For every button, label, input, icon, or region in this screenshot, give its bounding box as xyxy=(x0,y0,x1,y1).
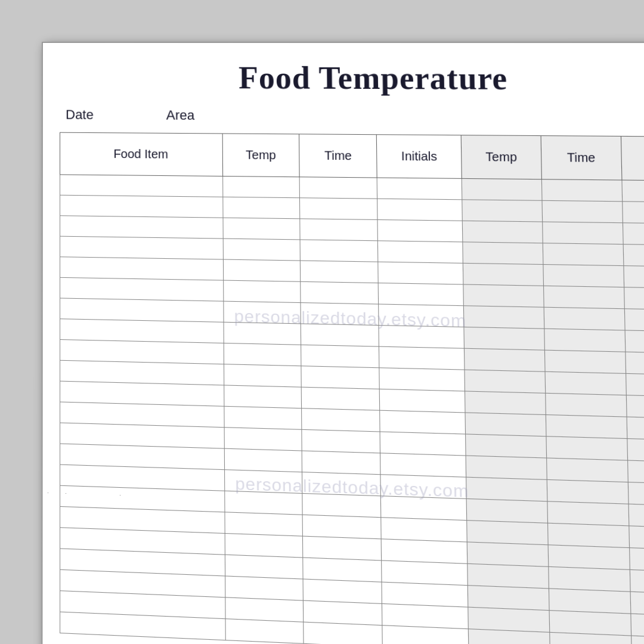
table-cell xyxy=(380,410,466,434)
area-label: Area xyxy=(166,107,195,123)
table-cell xyxy=(543,243,624,266)
table-cell xyxy=(380,432,466,456)
table-cell xyxy=(299,177,377,199)
table-cell xyxy=(382,603,469,628)
meta-row: Date Area xyxy=(60,107,644,126)
table-cell xyxy=(382,626,469,644)
table-cell xyxy=(542,200,623,222)
table-cell xyxy=(381,518,467,542)
date-label: Date xyxy=(66,107,94,122)
table-cell xyxy=(624,287,644,311)
table-cell xyxy=(224,406,302,429)
table-cell xyxy=(379,346,465,370)
table-cell xyxy=(467,499,548,523)
col-header-temp1: Temp xyxy=(222,134,299,177)
table-cell xyxy=(301,324,379,346)
table-cell xyxy=(544,329,625,352)
table-cell xyxy=(548,545,630,570)
table-cell xyxy=(465,370,545,393)
table-cell xyxy=(379,368,465,391)
table-cell xyxy=(300,219,378,241)
table-cell xyxy=(301,261,379,283)
col-header-food-item: Food Item xyxy=(60,132,223,176)
table-cell xyxy=(224,343,301,366)
table-cell xyxy=(468,607,549,632)
table-cell xyxy=(225,555,303,579)
temperature-log-table: Food Item Temp Time Initials Temp Time xyxy=(60,132,644,644)
table-cell xyxy=(381,496,467,521)
table-cell xyxy=(465,348,545,371)
table-cell xyxy=(223,259,301,281)
table-cell xyxy=(629,526,644,551)
table-cell xyxy=(60,236,224,259)
table-cell xyxy=(468,586,549,611)
table-cell xyxy=(622,180,644,202)
table-cell xyxy=(625,330,644,354)
table-cell xyxy=(466,456,546,479)
table-cell xyxy=(464,306,544,329)
table-cell xyxy=(462,200,542,222)
col-header-temp2: Temp xyxy=(462,135,541,179)
table-cell xyxy=(631,636,644,644)
table-cell xyxy=(225,533,303,558)
table-cell xyxy=(300,198,378,220)
table-cell xyxy=(465,391,546,415)
table-cell xyxy=(224,301,301,324)
table-cell xyxy=(466,477,547,501)
table-cell xyxy=(223,239,301,261)
table-cell xyxy=(223,280,301,303)
table-cell xyxy=(543,286,624,308)
table-cell xyxy=(380,453,466,477)
table-cell xyxy=(547,501,629,526)
table-cell xyxy=(302,451,380,475)
table-cell xyxy=(379,283,464,306)
table-cell xyxy=(303,536,382,561)
table-body xyxy=(60,175,644,644)
table-cell xyxy=(548,566,630,592)
table-cell xyxy=(304,622,383,644)
table-cell xyxy=(225,619,304,644)
table-cell xyxy=(626,373,644,397)
table-cell xyxy=(467,542,549,566)
table-cell xyxy=(224,385,302,408)
table-cell xyxy=(543,264,624,287)
table-cell xyxy=(60,319,224,343)
table-cell xyxy=(224,470,302,494)
table-cell xyxy=(382,582,469,607)
table-cell xyxy=(546,458,628,482)
table-cell xyxy=(302,429,380,453)
table-cell xyxy=(626,352,644,376)
table-cell xyxy=(303,558,382,582)
table-cell xyxy=(60,257,224,280)
table-cell xyxy=(302,408,380,432)
table-cell xyxy=(627,439,644,463)
table-cell xyxy=(382,561,468,586)
table-cell xyxy=(379,326,465,349)
col-header-initials: Initials xyxy=(377,135,462,179)
col-header-time1: Time xyxy=(299,134,377,178)
table-cell xyxy=(223,197,300,219)
table-cell xyxy=(379,304,464,327)
table-cell xyxy=(544,350,626,373)
table-cell xyxy=(60,175,223,197)
table-cell xyxy=(463,221,543,243)
table-cell xyxy=(627,417,644,441)
table-cell xyxy=(542,222,623,244)
table-cell xyxy=(60,277,224,301)
table-cell xyxy=(466,434,546,458)
table-cell xyxy=(302,493,381,517)
table-cell xyxy=(302,515,381,539)
table-cell xyxy=(545,371,627,395)
table-cell xyxy=(302,472,381,496)
document-page: Food Temperature Date Area Food Item Tem… xyxy=(41,42,644,644)
table-cell xyxy=(225,491,303,515)
table-cell xyxy=(462,178,542,200)
col-header-extra xyxy=(621,136,644,181)
table-cell xyxy=(380,389,466,413)
table-cell xyxy=(225,597,304,622)
table-cell xyxy=(465,413,546,436)
table-cell xyxy=(546,415,627,439)
table-cell xyxy=(224,364,301,388)
table-cell xyxy=(623,202,644,224)
table-cell xyxy=(300,240,378,262)
